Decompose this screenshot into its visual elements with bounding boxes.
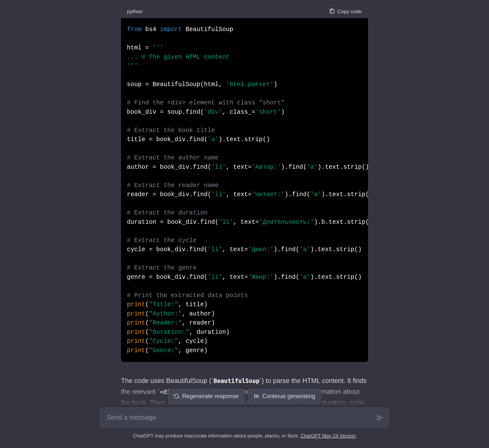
fast-forward-icon — [254, 393, 259, 399]
code-content[interactable]: from bs4 import BeautifulSoup html = '''… — [121, 18, 368, 362]
svg-marker-1 — [257, 395, 259, 398]
footer-version-link[interactable]: ChatGPT May 24 Version — [300, 433, 356, 438]
action-buttons: Regenerate response Continue generating — [168, 389, 321, 403]
regenerate-label: Regenerate response — [182, 393, 239, 400]
send-button[interactable] — [376, 414, 384, 422]
copy-code-button[interactable]: Copy code — [329, 9, 362, 14]
code-block: python Copy code from bs4 import Beautif… — [121, 5, 368, 362]
footer-text: ChatGPT may produce inaccurate informati… — [133, 433, 300, 438]
inline-code: BeautifulSoup — [213, 378, 259, 384]
regenerate-button[interactable]: Regenerate response — [168, 389, 244, 403]
continue-label: Continue generating — [262, 393, 315, 400]
svg-rect-0 — [331, 10, 334, 13]
footer: ChatGPT may produce inaccurate informati… — [0, 433, 489, 439]
svg-marker-2 — [255, 395, 256, 398]
clipboard-icon — [329, 9, 335, 14]
refresh-icon — [174, 393, 179, 399]
copy-code-label: Copy code — [337, 9, 362, 14]
code-language-label: python — [127, 9, 143, 14]
continue-button[interactable]: Continue generating — [248, 389, 321, 403]
input-area — [99, 407, 390, 428]
message-input[interactable] — [99, 407, 390, 428]
code-header: python Copy code — [121, 5, 368, 18]
chat-container: python Copy code from bs4 import Beautif… — [0, 0, 489, 448]
